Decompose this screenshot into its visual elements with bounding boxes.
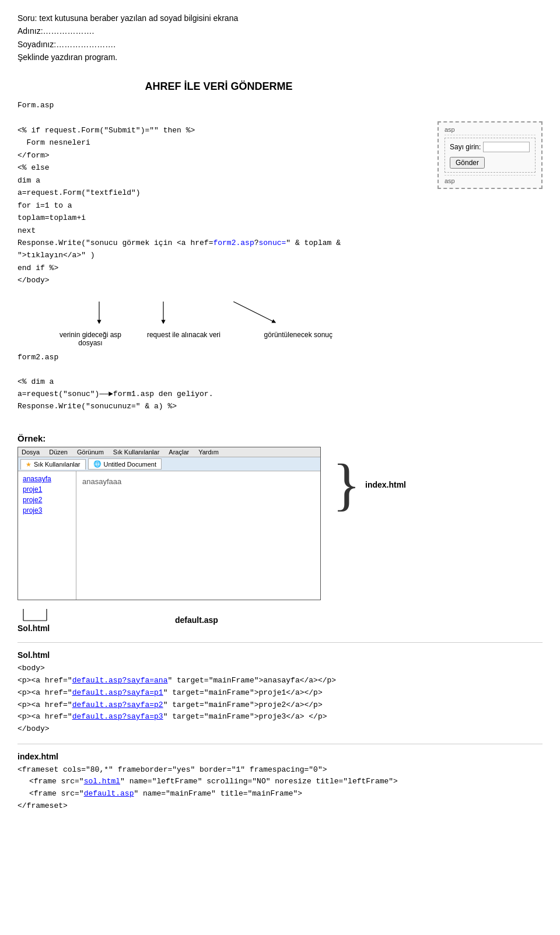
menu-sik[interactable]: Sık Kullanılanlar bbox=[113, 449, 160, 456]
default-asp-label: default.asp bbox=[175, 615, 218, 625]
example-label: Örnek: bbox=[18, 433, 542, 443]
index-html-code-frameset: <frameset cols="80,*" frameborder="yes" … bbox=[18, 764, 542, 776]
tab-sik-label: Sık Kullanılanlar bbox=[34, 461, 80, 468]
code-line-10: Response.Write("sonucu görmek için <a hr… bbox=[18, 239, 341, 247]
sayi-girin-label: Sayı girin: bbox=[450, 143, 481, 151]
code-line-5: dim a bbox=[18, 176, 40, 185]
sol-html-label: Sol.html bbox=[18, 624, 50, 633]
menu-yardim[interactable]: Yardım bbox=[198, 449, 219, 456]
page-content: Soru: text kutusuna beraber yazılan ad s… bbox=[18, 12, 542, 813]
svg-line-2 bbox=[233, 302, 274, 322]
form2-filename: form2.asp bbox=[18, 353, 542, 362]
arrow-labels-row: verinin gideceği asp dosyası request ile… bbox=[52, 331, 420, 347]
tab-untitled-label: Untitled Document bbox=[104, 461, 157, 468]
sol-html-annotation: Sol.html bbox=[18, 606, 88, 633]
browser-and-label: Dosya Düzen Görünum Sık Kullanılanlar Ar… bbox=[18, 447, 542, 600]
sol-html-code-p1: <p><a href="default.asp?sayfa=p1" target… bbox=[18, 687, 542, 699]
menu-gorunum[interactable]: Görünum bbox=[77, 449, 104, 456]
question-line1: Adınız:………………. bbox=[18, 24, 542, 37]
question-title: Soru: text kutusuna beraber yazılan ad s… bbox=[18, 12, 542, 24]
browser-mockup: Dosya Düzen Görünum Sık Kullanılanlar Ar… bbox=[18, 447, 321, 600]
sol-html-code-body: <body> bbox=[18, 663, 542, 675]
code-line-2: Form nesneleri bbox=[18, 138, 90, 147]
sol-html-title: Sol.html bbox=[18, 649, 542, 663]
browser-menu-bar: Dosya Düzen Görünum Sık Kullanılanlar Ar… bbox=[18, 447, 320, 457]
form2-block: form2.asp <% dim a a=request("sonuc")——►… bbox=[18, 353, 542, 425]
nav-link-proje1[interactable]: proje1 bbox=[23, 485, 71, 493]
mock-browser: asp Sayı girin: Gönder asp bbox=[438, 121, 542, 189]
code-line-6: a=request.Form("textfield") bbox=[18, 188, 141, 197]
divider-1 bbox=[18, 642, 542, 643]
code-line-3: </form> bbox=[18, 151, 50, 160]
form2-line-3: Response.Write("sonucunuz=" & a) %> bbox=[18, 402, 177, 411]
menu-dosya[interactable]: Dosya bbox=[22, 449, 40, 456]
index-html-annotation: } index.html bbox=[332, 458, 406, 511]
main-content-text: anasayfaaa bbox=[82, 477, 121, 486]
label-verinin-gidecegi: verinin gideceği asp dosyası bbox=[52, 331, 128, 347]
star-icon: ★ bbox=[26, 461, 32, 468]
question-line3: Şeklinde yazdıran program. bbox=[18, 51, 542, 64]
sayi-girin-input[interactable] bbox=[483, 142, 530, 152]
left-code-area: AHREF İLE VERİ GÖNDERME Form.asp <% if r… bbox=[18, 75, 420, 348]
form-asp-code: <% if request.Form("Submit")="" then %> … bbox=[18, 112, 420, 300]
sayi-girin-row: Sayı girin: bbox=[450, 142, 530, 152]
ahref-section: AHREF İLE VERİ GÖNDERME Form.asp <% if r… bbox=[18, 75, 542, 348]
form2-line-1: <% dim a bbox=[18, 377, 54, 386]
sol-html-code-p2: <p><a href="default.asp?sayfa=p2" target… bbox=[18, 699, 542, 712]
mock-form-area: asp Sayı girin: Gönder asp bbox=[438, 121, 542, 189]
browser-inner: Sayı girin: Gönder bbox=[444, 138, 536, 173]
index-html-label: index.html bbox=[365, 480, 406, 489]
nav-link-anasayfa[interactable]: anasayfa bbox=[23, 475, 71, 483]
code-line-9: next bbox=[18, 226, 36, 235]
browser-tabs: ★ Sık Kullanılanlar 🌐 Untitled Document bbox=[18, 457, 320, 471]
menu-araclar[interactable]: Araçlar bbox=[169, 449, 189, 456]
sol-html-code-ana: <p><a href="default.asp?sayfa=ana" targe… bbox=[18, 675, 542, 687]
sol-html-code-endbody: </body> bbox=[18, 723, 542, 736]
code-line-7: for i=1 to a bbox=[18, 201, 72, 210]
nav-link-proje2[interactable]: proje2 bbox=[23, 496, 71, 504]
bottom-labels-area: Sol.html default.asp bbox=[18, 606, 542, 633]
section-title: AHREF İLE VERİ GÖNDERME bbox=[18, 80, 420, 93]
tab-sik[interactable]: ★ Sık Kullanılanlar bbox=[20, 459, 86, 470]
code-line-11: ">tıklayın</a>" ) bbox=[18, 251, 95, 260]
index-html-code-endframeset: </frameset> bbox=[18, 800, 542, 813]
code-line-8: toplam=toplam+i bbox=[18, 213, 86, 222]
default-asp-annotation: default.asp bbox=[175, 615, 218, 633]
menu-duzen[interactable]: Düzen bbox=[49, 449, 68, 456]
divider-2 bbox=[18, 744, 542, 744]
code-line-4: <% else bbox=[18, 163, 50, 172]
label-goruntulecek: görüntülenecek sonuç bbox=[239, 331, 332, 347]
browser-body: anasayfa proje1 proje2 proje3 anasayfaaa bbox=[18, 471, 320, 600]
index-html-section: index.html <frameset cols="80,*" framebo… bbox=[18, 750, 542, 813]
form2-code: <% dim a a=request("sonuc")——►form1.asp … bbox=[18, 363, 542, 425]
index-html-code-frame2: <frame src="default.asp" name="mainFrame… bbox=[18, 788, 542, 800]
code-line-13: </body> bbox=[18, 276, 50, 285]
form-asp-filename: Form.asp bbox=[18, 101, 420, 110]
gonder-row: Gönder bbox=[450, 155, 530, 169]
tab-untitled[interactable]: 🌐 Untitled Document bbox=[88, 458, 162, 470]
question-block: Soru: text kutusuna beraber yazılan ad s… bbox=[18, 12, 542, 64]
code-line-1: <% if request.Form("Submit")="" then %> bbox=[18, 126, 195, 135]
nav-link-proje3[interactable]: proje3 bbox=[23, 506, 71, 514]
question-line2: Soyadınız:…………………. bbox=[18, 38, 542, 51]
browser-main-content: anasayfaaa bbox=[76, 471, 320, 600]
globe-icon: 🌐 bbox=[93, 460, 102, 468]
label-request-ile: request ile alınacak veri bbox=[146, 331, 222, 347]
arrow-annotation-area: verinin gideceği asp dosyası request ile… bbox=[52, 302, 420, 347]
browser-left-nav: anasayfa proje1 proje2 proje3 bbox=[18, 471, 76, 600]
index-html-title: index.html bbox=[18, 750, 542, 764]
sol-html-code-p3: <p><a href="default.asp?sayfa=p3" target… bbox=[18, 711, 542, 723]
sol-arrow-svg bbox=[18, 606, 88, 624]
code-line-12: end if %> bbox=[18, 264, 58, 272]
form2-line-2: a=request("sonuc")——►form1.asp den geliy… bbox=[18, 390, 213, 398]
gonder-button[interactable]: Gönder bbox=[450, 157, 485, 169]
index-html-code-frame1: <frame src="sol.html" name="leftFrame" s… bbox=[18, 776, 542, 788]
sol-html-section: Sol.html <body> <p><a href="default.asp?… bbox=[18, 649, 542, 736]
curly-brace-right-icon: } bbox=[332, 458, 360, 511]
